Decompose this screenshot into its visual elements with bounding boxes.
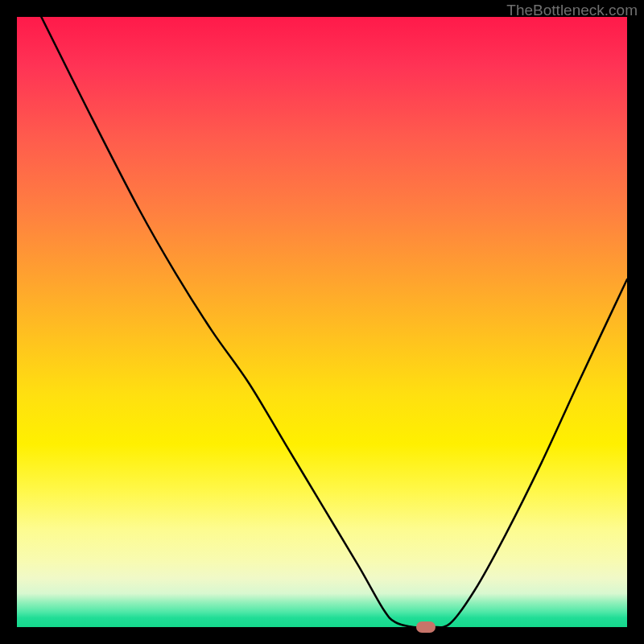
bottleneck-curve (17, 17, 627, 627)
watermark-text: TheBottleneck.com (506, 2, 638, 19)
optimum-marker (416, 621, 436, 633)
